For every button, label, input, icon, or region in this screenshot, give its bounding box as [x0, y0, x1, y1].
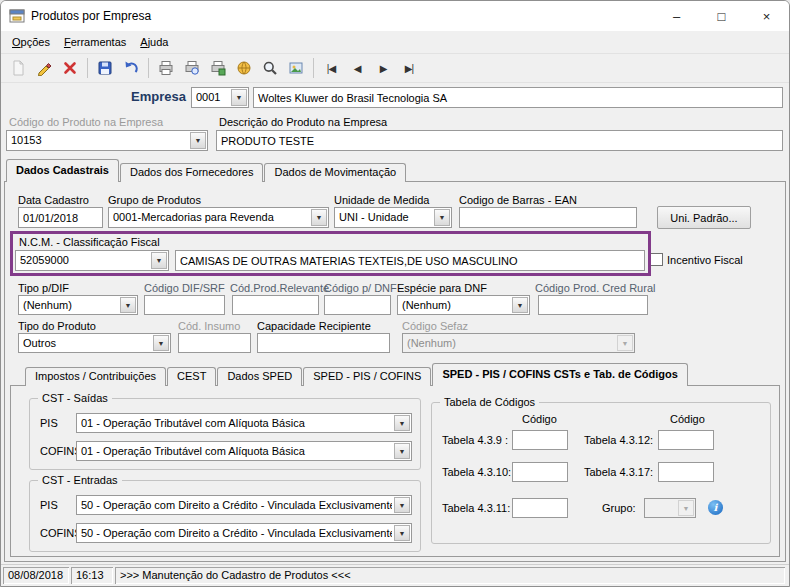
search-icon[interactable]: [257, 56, 283, 80]
grupo-tabela-select: ▼: [644, 498, 696, 518]
maximize-button[interactable]: □: [699, 1, 744, 31]
chevron-down-icon[interactable]: ▼: [394, 443, 410, 459]
tab-dados-fornecedores[interactable]: Dados dos Fornecedores: [120, 163, 264, 182]
codigo-dif-field[interactable]: [144, 295, 225, 315]
saidas-pis-label: PIS: [40, 417, 58, 429]
especie-dnf-label: Espécie para DNF: [397, 282, 487, 294]
cred-rural-field[interactable]: [538, 295, 648, 315]
chevron-down-icon[interactable]: ▼: [151, 252, 167, 269]
saidas-cofins-select[interactable]: 01 - Operação Tributável com Alíquota Bá…: [76, 441, 412, 461]
menu-item-ajuda[interactable]: Ajuda: [133, 33, 175, 51]
tab-dados-sped[interactable]: Dados SPED: [217, 367, 302, 386]
product-description-field[interactable]: [216, 130, 783, 151]
chevron-down-icon[interactable]: ▼: [434, 209, 450, 226]
cod-insumo-field[interactable]: [178, 333, 251, 353]
tabela-4312-field[interactable]: [658, 430, 714, 450]
sped-csts-page: CST - Saídas PIS 01 - Operação Tributáve…: [10, 385, 780, 557]
tabela-439-field[interactable]: [512, 430, 568, 450]
product-description-label: Descrição do Produto na Empresa: [219, 116, 387, 128]
product-code-value: 10153: [11, 131, 188, 150]
especie-dnf-value: (Nenhum): [402, 296, 510, 314]
toolbar-separator: [313, 58, 314, 78]
tab-cest[interactable]: CEST: [167, 367, 216, 386]
chevron-down-icon: ▼: [678, 500, 694, 516]
tab-dados-cadastrais[interactable]: Dados Cadastrais: [6, 159, 119, 182]
empresa-label: Empresa: [131, 89, 186, 104]
cod-insumo-label: Cód. Insumo: [178, 320, 240, 332]
saidas-pis-select[interactable]: 01 - Operação Tributável com Alíquota Bá…: [76, 413, 412, 433]
chevron-down-icon[interactable]: ▼: [512, 297, 528, 313]
globe-icon[interactable]: [231, 56, 257, 80]
undo-icon[interactable]: [118, 56, 144, 80]
tabela-4310-field[interactable]: [512, 462, 568, 482]
tipo-produto-label: Tipo do Produto: [18, 320, 96, 332]
chevron-down-icon[interactable]: ▼: [120, 297, 136, 313]
tabela-4311-field[interactable]: [512, 498, 568, 518]
window-title: Produtos por Empresa: [31, 9, 151, 23]
close-button[interactable]: ×: [744, 1, 789, 31]
new-icon[interactable]: [5, 56, 31, 80]
nav-first-glyph: |◀: [327, 63, 335, 74]
print-icon[interactable]: [153, 56, 179, 80]
toolbar-separator: [87, 58, 88, 78]
ean-label: Codigo de Barras - EAN: [459, 194, 577, 206]
empresa-code-select[interactable]: 0001 ▼: [191, 87, 249, 108]
export-icon[interactable]: [205, 56, 231, 80]
edit-icon[interactable]: [31, 56, 57, 80]
browse-icon[interactable]: [283, 56, 309, 80]
delete-icon[interactable]: [57, 56, 83, 80]
nav-first-icon[interactable]: |◀: [318, 56, 344, 80]
chevron-down-icon[interactable]: ▼: [153, 335, 169, 351]
tab-sped-csts[interactable]: SPED - PIS / COFINS CSTs e Tab. de Códig…: [432, 363, 688, 386]
chevron-down-icon[interactable]: ▼: [190, 132, 206, 149]
ncm-description-field[interactable]: [175, 250, 645, 271]
chevron-down-icon[interactable]: ▼: [311, 209, 327, 226]
ean-field[interactable]: [459, 207, 637, 228]
tipo-produto-select[interactable]: Outros ▼: [18, 333, 171, 353]
cod-prod-relevante-label: Cód.Prod.Relevante: [230, 282, 329, 294]
menu-item-ferramentas[interactable]: Ferramentas: [57, 33, 133, 51]
nav-prior-icon[interactable]: ◀: [344, 56, 370, 80]
chevron-down-icon[interactable]: ▼: [394, 525, 410, 541]
especie-dnf-select[interactable]: (Nenhum) ▼: [397, 295, 530, 315]
codigo-dif-label: Código DIF/SRF: [144, 282, 225, 294]
tipo-dif-select[interactable]: (Nenhum) ▼: [18, 295, 138, 315]
entradas-cofins-select[interactable]: 50 - Operação com Direito a Crédito - Vi…: [76, 523, 412, 543]
unidade-medida-select[interactable]: UNI - Unidade ▼: [334, 207, 452, 228]
chevron-down-icon[interactable]: ▼: [394, 497, 410, 513]
menu-item-opcoes[interactable]: Opções: [5, 33, 57, 51]
cst-saidas-title: CST - Saídas: [38, 392, 112, 404]
info-icon[interactable]: i: [708, 500, 723, 515]
saidas-pis-value: 01 - Operação Tributável com Alíquota Bá…: [81, 414, 392, 432]
codigo-sefaz-select: (Nenhum) ▼: [402, 333, 635, 353]
save-icon[interactable]: [92, 56, 118, 80]
cred-rural-label: Código Prod. Cred Rural: [535, 282, 655, 294]
codigo-dnf-field[interactable]: [324, 295, 391, 315]
product-code-select[interactable]: 10153 ▼: [6, 130, 208, 151]
grupo-produtos-select[interactable]: 0001-Mercadorias para Revenda ▼: [108, 207, 329, 228]
incentivo-fiscal-checkbox[interactable]: [650, 253, 663, 266]
tab-sped-pis-cofins[interactable]: SPED - PIS / COFINS: [303, 367, 431, 386]
minimize-button[interactable]: –: [654, 1, 699, 31]
chevron-down-icon[interactable]: ▼: [394, 415, 410, 431]
data-cadastro-field[interactable]: [18, 207, 103, 228]
entradas-pis-label: PIS: [40, 499, 58, 511]
entradas-pis-select[interactable]: 50 - Operação com Direito a Crédito - Vi…: [76, 495, 412, 515]
nav-last-icon[interactable]: ▶|: [396, 56, 422, 80]
ncm-label: N.C.M. - Classificação Fiscal: [19, 236, 160, 248]
nav-next-icon[interactable]: ▶: [370, 56, 396, 80]
cod-prod-relevante-field[interactable]: [232, 295, 319, 315]
codigo-dnf-label: Código p/ DNF: [324, 282, 397, 294]
grupo-produtos-value: 0001-Mercadorias para Revenda: [113, 208, 309, 227]
chevron-down-icon[interactable]: ▼: [231, 89, 247, 106]
tab-dados-movimentacao[interactable]: Dados de Movimentação: [264, 163, 406, 182]
product-code-label: Código do Produto na Empresa: [9, 116, 163, 128]
uni-padrao-button[interactable]: Uni. Padrão...: [657, 206, 751, 229]
capacidade-field[interactable]: [257, 333, 390, 353]
ncm-code-select[interactable]: 52059000 ▼: [15, 250, 169, 271]
empresa-name-field[interactable]: [253, 87, 783, 108]
toolbar: |◀ ◀ ▶ ▶|: [1, 53, 789, 83]
tab-impostos-contribuicoes[interactable]: Impostos / Contribuições: [25, 367, 166, 386]
print-preview-icon[interactable]: [179, 56, 205, 80]
tabela-4317-field[interactable]: [658, 462, 714, 482]
